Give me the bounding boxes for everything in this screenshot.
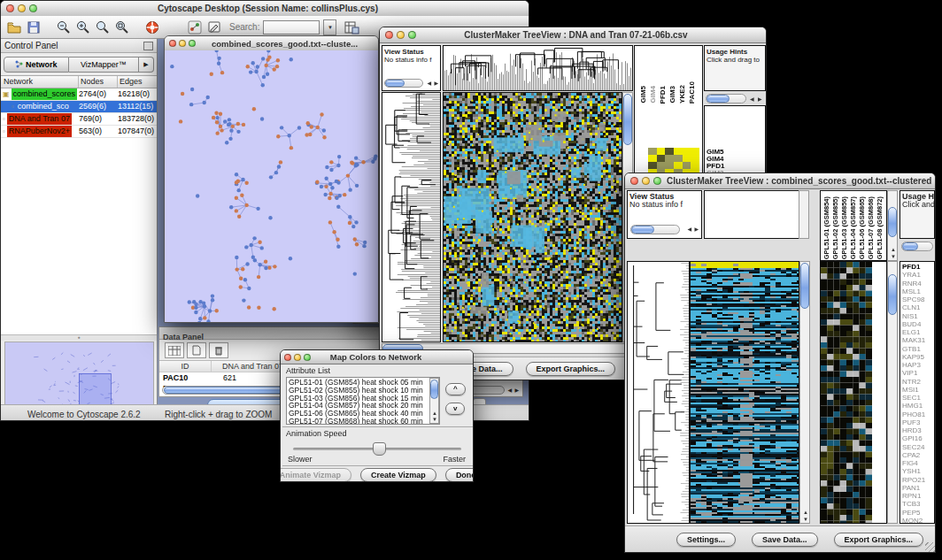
- gene-label[interactable]: RPO21: [902, 476, 934, 484]
- attribute-listbox[interactable]: GPL51-01 (GSM854) heat shock 05 minGPL51…: [286, 377, 440, 425]
- scroll-up-arrow[interactable]: ▲: [891, 247, 896, 252]
- gene-label[interactable]: HRD3: [902, 426, 934, 434]
- import-table-icon[interactable]: [344, 19, 359, 35]
- tv2-heatmap[interactable]: [690, 261, 799, 524]
- scroll-left-arrow[interactable]: ◀: [687, 226, 691, 232]
- save-data--button[interactable]: Save Data...: [752, 533, 818, 547]
- treeview2-titlebar[interactable]: ClusterMaker TreeView : combined_scores_…: [625, 173, 935, 189]
- gene-label[interactable]: PHO81: [902, 410, 934, 418]
- annotation-icon[interactable]: [206, 19, 222, 35]
- delete-attribute-icon[interactable]: [209, 342, 228, 358]
- attribute-list-item[interactable]: GPL51-07 (GSM868) heat shock 60 min: [289, 418, 437, 425]
- zoom-button[interactable]: [189, 40, 196, 47]
- help-lifering-icon[interactable]: [144, 19, 160, 35]
- scroll-right-arrow[interactable]: ▶: [434, 81, 438, 86]
- gene-label[interactable]: RNR4: [902, 280, 934, 288]
- tv2-top-dendrogram[interactable]: [704, 190, 809, 239]
- network-row[interactable]: ▣combined_scores2764(0)16218(0): [1, 88, 157, 101]
- tab-overflow-button[interactable]: ▶: [139, 57, 154, 73]
- gene-label[interactable]: SPC98: [902, 295, 934, 303]
- gene-label[interactable]: YSH1: [902, 467, 934, 475]
- gene-label[interactable]: NIS1: [902, 312, 934, 320]
- gene-label[interactable]: GPI16: [902, 434, 934, 442]
- gene-label[interactable]: SEC24: [902, 443, 934, 451]
- scroll-right-arrow[interactable]: ▶: [758, 96, 762, 102]
- gene-label[interactable]: NTR2: [902, 378, 934, 386]
- move-up-button[interactable]: ^: [445, 383, 466, 395]
- gene-label[interactable]: VIP1: [902, 369, 934, 377]
- col-header-network[interactable]: Network: [1, 76, 79, 88]
- panel-splitter[interactable]: ●: [1, 335, 157, 341]
- tv2-gene-list[interactable]: PFD1YRA1RNR4MSL1SPC98CLN1NIS1BUD4ELG1MAK…: [900, 261, 935, 524]
- scroll-up-arrow[interactable]: ▲: [803, 510, 808, 515]
- tv2-detail-vscrollbar[interactable]: [887, 261, 898, 524]
- zoom-button[interactable]: [408, 31, 416, 39]
- minimize-button[interactable]: [18, 4, 26, 12]
- close-button[interactable]: [169, 40, 176, 47]
- tv1-heatmap[interactable]: [443, 92, 622, 342]
- gene-label[interactable]: KAP95: [902, 353, 934, 361]
- dialog-titlebar[interactable]: Map Colors to Network: [281, 350, 473, 364]
- gene-label[interactable]: MON2: [902, 517, 934, 524]
- tv2-status-scrollbar[interactable]: [630, 225, 680, 234]
- gene-label[interactable]: MSL1: [902, 288, 934, 295]
- zoom-selected-icon[interactable]: [114, 19, 130, 35]
- gene-label[interactable]: HAP3: [902, 361, 934, 369]
- cytoscape-titlebar[interactable]: Cytoscape Desktop (Session Name: collins…: [1, 1, 529, 17]
- gene-label[interactable]: PFD1: [902, 263, 934, 271]
- gene-label[interactable]: FIG4: [902, 459, 934, 467]
- treeview1-titlebar[interactable]: ClusterMaker TreeView : DNA and Tran 07-…: [380, 27, 766, 43]
- zoom-in-icon[interactable]: [75, 19, 91, 35]
- tab-vizmapper[interactable]: VizMapper™: [69, 57, 139, 73]
- scroll-right-arrow[interactable]: ▶: [514, 387, 519, 393]
- minimize-button[interactable]: [397, 31, 405, 39]
- close-button[interactable]: [385, 31, 393, 39]
- zoom-button[interactable]: [304, 354, 311, 361]
- scroll-left-arrow[interactable]: ◀: [750, 96, 754, 102]
- scroll-down-arrow[interactable]: ▼: [432, 417, 437, 422]
- tv2-resize-grip[interactable]: [925, 542, 936, 553]
- gene-label[interactable]: PUF3: [902, 418, 934, 426]
- tv2-zoom-slider[interactable]: [901, 242, 933, 251]
- tv2-detail-heatmap[interactable]: [820, 261, 887, 524]
- zoom-button[interactable]: [653, 177, 661, 185]
- gene-label[interactable]: MAK31: [902, 336, 934, 344]
- gene-label[interactable]: BUD4: [902, 320, 934, 328]
- close-button[interactable]: [630, 177, 638, 185]
- tv1-top-dendrogram[interactable]: [443, 45, 633, 91]
- dp-header-id[interactable]: ID: [159, 361, 212, 372]
- col-header-nodes[interactable]: Nodes: [79, 76, 118, 88]
- zoom-out-icon[interactable]: [56, 19, 72, 35]
- export-graphics--button[interactable]: Export Graphics...: [526, 362, 616, 376]
- attribute-list-item[interactable]: GPL51-01 (GSM854) heat shock 05 min: [289, 379, 437, 387]
- tv2-collabel-scrollbar[interactable]: ▲ ▼: [887, 190, 898, 261]
- save-icon[interactable]: [26, 19, 42, 35]
- gene-label[interactable]: GTB1: [902, 345, 934, 353]
- close-button[interactable]: [6, 4, 14, 12]
- gene-label[interactable]: PAN1: [902, 484, 934, 492]
- new-attribute-icon[interactable]: [187, 342, 206, 358]
- zoom-fit-icon[interactable]: [95, 19, 111, 35]
- gene-label[interactable]: ELG1: [902, 328, 934, 336]
- gene-label[interactable]: TCB3: [902, 500, 934, 508]
- zoom-button[interactable]: [29, 4, 37, 12]
- node-edit-icon[interactable]: [187, 19, 203, 35]
- move-down-button[interactable]: v: [445, 403, 465, 415]
- open-file-icon[interactable]: [6, 19, 22, 35]
- network-row[interactable]: ▫DNA and Tran 07769(0)183728(0): [1, 113, 157, 126]
- attribute-list-item[interactable]: GPL51-02 (GSM855) heat shock 10 min: [289, 387, 437, 395]
- tv1-left-dendrogram[interactable]: [382, 92, 441, 342]
- create-vizmap-button[interactable]: Create Vizmap: [360, 468, 436, 482]
- network-row[interactable]: ▫RNAPuberNov2+563(0)107847(0): [1, 126, 157, 138]
- export-graphics--button[interactable]: Export Graphics...: [834, 533, 924, 547]
- tv1-zoom-slider[interactable]: [706, 94, 746, 104]
- minimize-button[interactable]: [642, 177, 650, 185]
- scroll-left-arrow[interactable]: ◀: [507, 387, 512, 393]
- attribute-list-scrollbar[interactable]: ▲ ▼: [429, 378, 439, 424]
- table-mode-icon[interactable]: [165, 342, 184, 358]
- speed-slider-thumb[interactable]: [373, 442, 386, 456]
- scroll-up-arrow[interactable]: ▲: [432, 410, 437, 416]
- gene-label[interactable]: YRA1: [902, 271, 934, 279]
- tab-network[interactable]: Network: [4, 57, 69, 73]
- gene-label[interactable]: RPN1: [902, 492, 934, 500]
